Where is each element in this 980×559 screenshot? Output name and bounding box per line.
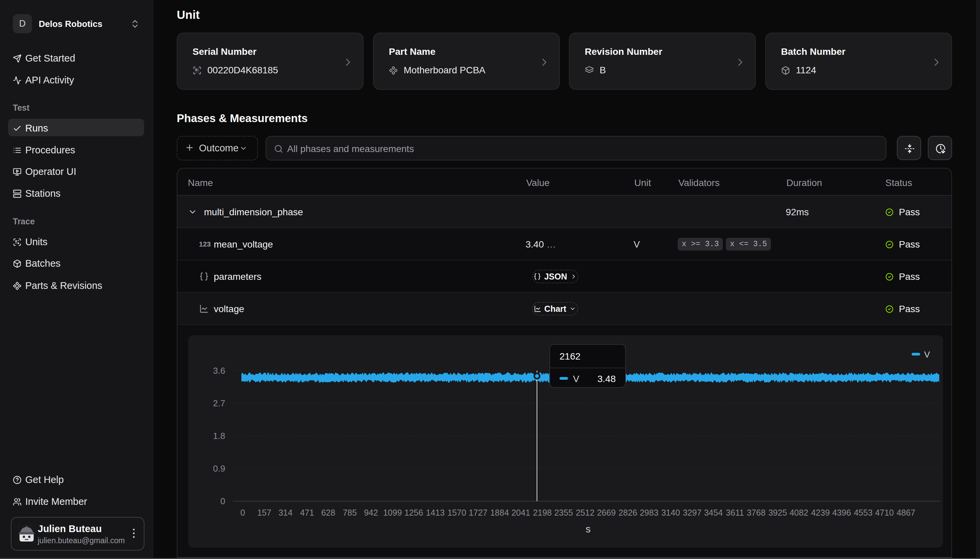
svg-text:1570: 1570 [448, 508, 466, 517]
svg-text:2826: 2826 [619, 508, 637, 517]
svg-text:4082: 4082 [789, 508, 808, 517]
svg-text:2198: 2198 [533, 508, 552, 517]
svg-text:628: 628 [321, 508, 335, 517]
svg-text:3297: 3297 [683, 508, 701, 517]
svg-text:V: V [924, 349, 930, 360]
svg-text:2.7: 2.7 [213, 398, 225, 408]
svg-text:2041: 2041 [511, 508, 530, 517]
svg-text:1727: 1727 [469, 508, 488, 517]
svg-text:1099: 1099 [383, 508, 402, 517]
svg-text:3925: 3925 [768, 508, 787, 517]
svg-text:1.8: 1.8 [213, 431, 225, 441]
svg-text:314: 314 [279, 508, 293, 517]
svg-text:3611: 3611 [726, 508, 744, 517]
svg-text:0: 0 [221, 496, 225, 506]
svg-text:471: 471 [300, 508, 314, 517]
svg-text:4553: 4553 [854, 508, 872, 517]
svg-text:3140: 3140 [661, 508, 680, 517]
svg-text:2983: 2983 [640, 508, 658, 517]
svg-text:4867: 4867 [897, 508, 915, 517]
svg-text:3.6: 3.6 [213, 366, 225, 376]
svg-text:s: s [586, 524, 591, 534]
svg-text:4396: 4396 [832, 508, 851, 517]
svg-text:4710: 4710 [875, 508, 894, 517]
svg-text:942: 942 [364, 508, 378, 517]
svg-text:1256: 1256 [404, 508, 423, 517]
svg-text:785: 785 [343, 508, 357, 517]
svg-text:1884: 1884 [490, 508, 509, 517]
svg-text:0: 0 [240, 508, 245, 517]
svg-text:157: 157 [257, 508, 271, 517]
svg-text:1413: 1413 [426, 508, 445, 517]
svg-text:4239: 4239 [811, 508, 830, 517]
svg-text:3768: 3768 [747, 508, 766, 517]
svg-text:3454: 3454 [704, 508, 723, 517]
svg-text:2669: 2669 [597, 508, 616, 517]
svg-text:2512: 2512 [576, 508, 595, 517]
svg-text:2355: 2355 [554, 508, 573, 517]
svg-text:0.9: 0.9 [213, 463, 225, 473]
